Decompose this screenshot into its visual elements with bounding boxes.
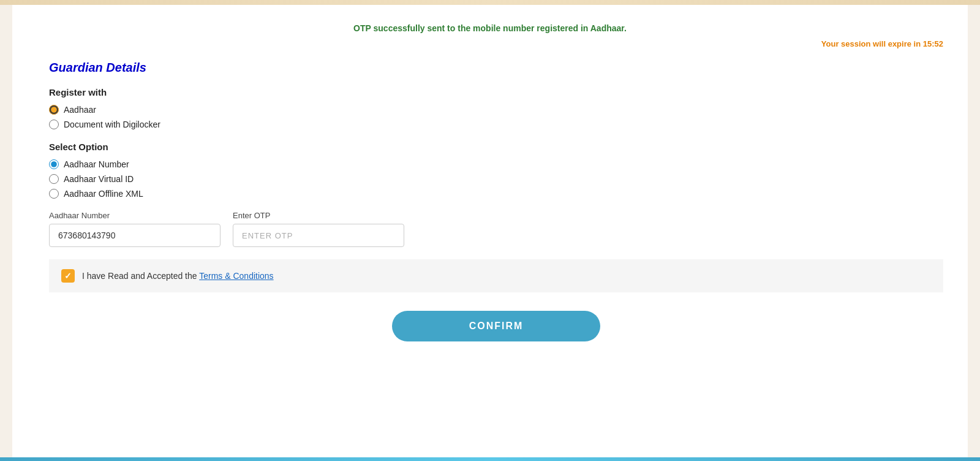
enter-otp-input[interactable] xyxy=(233,224,404,247)
aadhaar-offline-xml-radio[interactable] xyxy=(49,189,59,199)
confirm-button[interactable]: CONFIRM xyxy=(392,311,600,341)
register-with-label: Register with xyxy=(49,87,943,97)
session-expiry-label: Your session will expire in xyxy=(821,39,921,48)
enter-otp-field-label: Enter OTP xyxy=(233,211,404,220)
input-fields-row: Aadhaar Number Enter OTP xyxy=(49,211,943,247)
aadhaar-number-input[interactable] xyxy=(49,224,221,247)
register-digilocker-option[interactable]: Document with Digilocker xyxy=(49,120,943,129)
aadhaar-offline-xml-label: Aadhaar Offline XML xyxy=(64,189,143,199)
aadhaar-virtual-id-label: Aadhaar Virtual ID xyxy=(64,174,134,184)
select-option-group: Aadhaar Number Aadhaar Virtual ID Aadhaa… xyxy=(49,159,943,199)
register-aadhaar-option[interactable]: Aadhaar xyxy=(49,105,943,115)
aadhaar-number-group: Aadhaar Number xyxy=(49,211,221,247)
main-content-area: OTP successfully sent to the mobile numb… xyxy=(12,5,968,457)
session-timer: 15:52 xyxy=(923,39,943,48)
otp-success-notification: OTP successfully sent to the mobile numb… xyxy=(37,23,943,33)
aadhaar-virtual-id-radio[interactable] xyxy=(49,174,59,184)
session-expiry-info: Your session will expire in 15:52 xyxy=(37,39,943,48)
enter-otp-group: Enter OTP xyxy=(233,211,404,247)
aadhaar-number-radio[interactable] xyxy=(49,159,59,169)
register-aadhaar-label: Aadhaar xyxy=(64,105,96,115)
aadhaar-number-field-label: Aadhaar Number xyxy=(49,211,221,220)
register-digilocker-radio[interactable] xyxy=(49,120,59,129)
terms-checkbox[interactable] xyxy=(61,269,75,283)
register-digilocker-label: Document with Digilocker xyxy=(64,120,160,129)
terms-text-before: I have Read and Accepted the xyxy=(82,271,197,281)
aadhaar-offline-xml-option[interactable]: Aadhaar Offline XML xyxy=(49,189,943,199)
terms-row: I have Read and Accepted the Terms & Con… xyxy=(49,259,943,292)
terms-conditions-link[interactable]: Terms & Conditions xyxy=(199,271,273,281)
aadhaar-virtual-id-option[interactable]: Aadhaar Virtual ID xyxy=(49,174,943,184)
top-decorative-bar xyxy=(0,0,980,5)
bottom-decorative-bar xyxy=(0,457,980,461)
section-title: Guardian Details xyxy=(49,61,943,75)
select-option-label: Select Option xyxy=(49,142,943,152)
register-with-group: Aadhaar Document with Digilocker xyxy=(49,105,943,129)
register-aadhaar-radio[interactable] xyxy=(49,105,59,115)
aadhaar-number-label: Aadhaar Number xyxy=(64,159,129,169)
terms-text: I have Read and Accepted the Terms & Con… xyxy=(82,271,274,281)
aadhaar-number-option[interactable]: Aadhaar Number xyxy=(49,159,943,169)
guardian-details-form: Guardian Details Register with Aadhaar D… xyxy=(49,61,943,341)
confirm-button-wrapper: CONFIRM xyxy=(49,311,943,341)
